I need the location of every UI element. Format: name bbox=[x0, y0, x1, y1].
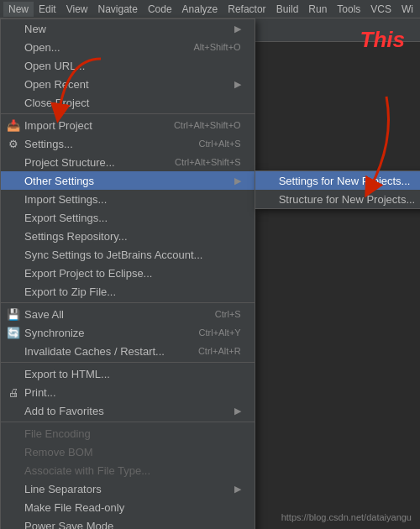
menu-item-export-html[interactable]: Export to HTML... bbox=[1, 364, 255, 383]
menu-divider bbox=[1, 113, 255, 114]
menu-item-structure-new-projects[interactable]: Structure for New Projects... bbox=[255, 190, 420, 208]
sync-icon: 🔄 bbox=[6, 327, 21, 339]
shortcut-invalidate-caches: Ctrl+Alt+R bbox=[198, 346, 241, 356]
watermark: https://blog.csdn.net/dataiyangu bbox=[281, 512, 412, 522]
menu-bar-edit[interactable]: Edit bbox=[34, 2, 61, 17]
menu-item-other-settings[interactable]: Other Settings▶ bbox=[1, 171, 255, 190]
menu-bar-file[interactable]: New bbox=[3, 2, 34, 17]
menu-bar-code[interactable]: Code bbox=[143, 2, 177, 17]
menu-item-open-url[interactable]: Open URL... bbox=[1, 56, 255, 75]
menu-divider bbox=[1, 362, 255, 363]
shortcut-open: Alt+Shift+O bbox=[193, 42, 240, 52]
menu-item-save-all[interactable]: 💾Save AllCtrl+S bbox=[1, 305, 255, 323]
menu-bar-analyze[interactable]: Analyze bbox=[177, 2, 223, 17]
import-icon: 📥 bbox=[6, 119, 21, 132]
menu-item-project-structure[interactable]: Project Structure...Ctrl+Alt+Shift+S bbox=[1, 153, 255, 171]
menu-item-import-settings[interactable]: Import Settings... bbox=[1, 190, 255, 208]
menu-item-export-eclipse[interactable]: Export Project to Eclipse... bbox=[1, 264, 255, 282]
menu-item-export-settings[interactable]: Export Settings... bbox=[1, 208, 255, 227]
other-settings-submenu: Settings for New Projects...Structure fo… bbox=[255, 170, 420, 209]
shortcut-import-project: Ctrl+Alt+Shift+O bbox=[174, 120, 241, 130]
menu-item-invalidate-caches[interactable]: Invalidate Caches / Restart...Ctrl+Alt+R bbox=[1, 342, 255, 360]
shortcut-project-structure: Ctrl+Alt+Shift+S bbox=[175, 157, 241, 167]
shortcut-settings: Ctrl+Alt+S bbox=[199, 139, 241, 149]
menu-item-close-project[interactable]: Close Project bbox=[1, 93, 255, 112]
menu-bar-build[interactable]: Build bbox=[271, 2, 304, 17]
arrow-icon: ▶ bbox=[234, 79, 241, 90]
other-settings-wrapper: Other Settings▶Settings for New Projects… bbox=[1, 171, 255, 190]
menu-item-make-read-only[interactable]: Make File Read-only bbox=[1, 498, 255, 516]
menu-item-sync-settings[interactable]: Sync Settings to JetBrains Account... bbox=[1, 245, 255, 264]
menu-item-settings-repo[interactable]: Settings Repository... bbox=[1, 227, 255, 245]
menu-item-print[interactable]: 🖨Print... bbox=[1, 383, 255, 401]
save-icon: 💾 bbox=[6, 308, 21, 321]
shortcut-save-all: Ctrl+S bbox=[215, 309, 241, 319]
menu-bar-refactor[interactable]: Refactor bbox=[223, 2, 270, 17]
menu-item-new[interactable]: New▶ bbox=[1, 19, 255, 38]
menu-item-export-zip[interactable]: Export to Zip File... bbox=[1, 282, 255, 301]
menu-item-remove-bom: Remove BOM bbox=[1, 443, 255, 461]
menu-item-open-recent[interactable]: Open Recent▶ bbox=[1, 75, 255, 93]
menu-item-settings[interactable]: ⚙Settings...Ctrl+Alt+S bbox=[1, 134, 255, 153]
menu-item-file-encoding: File Encoding bbox=[1, 424, 255, 443]
arrow-icon: ▶ bbox=[234, 24, 241, 34]
menu-item-open[interactable]: Open...Alt+Shift+O bbox=[1, 38, 255, 56]
menu-item-import-project[interactable]: 📥Import ProjectCtrl+Alt+Shift+O bbox=[1, 116, 255, 134]
menu-item-associate-file-type: Associate with File Type... bbox=[1, 461, 255, 479]
menu-bar-tools[interactable]: Tools bbox=[332, 2, 365, 17]
menu-bar-run[interactable]: Run bbox=[303, 2, 332, 17]
menu-bar-wi[interactable]: Wi bbox=[396, 2, 418, 17]
menu-item-power-save[interactable]: Power Save Mode bbox=[1, 516, 255, 529]
menu-bar-view[interactable]: View bbox=[61, 2, 93, 17]
submenu-arrow-icon: ▶ bbox=[234, 175, 241, 186]
shortcut-synchronize: Ctrl+Alt+Y bbox=[199, 327, 241, 338]
menu-item-synchronize[interactable]: 🔄SynchronizeCtrl+Alt+Y bbox=[1, 323, 255, 342]
menu-bar-navigate[interactable]: Navigate bbox=[93, 2, 143, 17]
print-icon: 🖨 bbox=[6, 386, 21, 399]
menu-divider bbox=[1, 422, 255, 422]
menu-divider bbox=[1, 302, 255, 303]
arrow-icon: ▶ bbox=[234, 406, 241, 416]
menu-item-add-favorites[interactable]: Add to Favorites▶ bbox=[1, 401, 255, 420]
arrow-icon: ▶ bbox=[234, 484, 241, 495]
menu-item-settings-new-projects[interactable]: Settings for New Projects... bbox=[255, 171, 420, 190]
file-dropdown-menu: New▶Open...Alt+Shift+OOpen URL...Open Re… bbox=[0, 18, 255, 529]
gear-icon: ⚙ bbox=[6, 138, 21, 150]
menu-bar: New Edit View Navigate Code Analyze Refa… bbox=[0, 0, 420, 18]
menu-item-line-separators[interactable]: Line Separators▶ bbox=[1, 479, 255, 498]
menu-bar-vcs[interactable]: VCS bbox=[365, 2, 396, 17]
